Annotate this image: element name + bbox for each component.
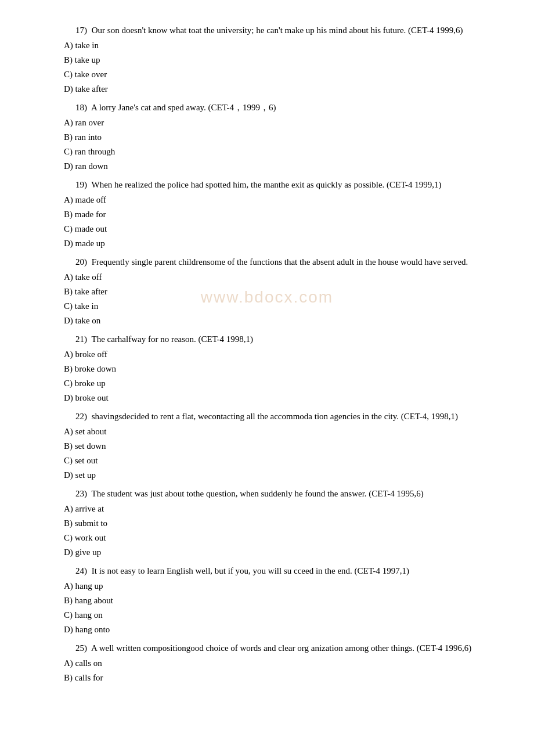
question-number-q22: 22)	[75, 412, 87, 421]
options-q17: A) take inB) take upC) take overD) take …	[64, 38, 499, 96]
option-q17-1: B) take up	[64, 53, 499, 67]
option-q20-2: C) take in	[64, 299, 499, 313]
options-q18: A) ran overB) ran intoC) ran throughD) r…	[64, 116, 499, 173]
option-q21-0: A) broke off	[64, 347, 499, 361]
question-text-q17: 17) Our son doesn't know what toat the u…	[46, 23, 499, 37]
question-body-q24: It is not easy to learn English well, bu…	[89, 566, 409, 575]
option-q19-1: B) made for	[64, 207, 499, 221]
question-block-q20: 20) Frequently single parent childrensom…	[46, 255, 499, 327]
question-block-q25: 25) A well written compositiongood choic…	[46, 641, 499, 685]
option-q21-2: C) broke up	[64, 376, 499, 390]
question-block-q24: 24) It is not easy to learn English well…	[46, 564, 499, 636]
option-q22-0: A) set about	[64, 424, 499, 438]
option-q23-0: A) arrive at	[64, 502, 499, 516]
question-number-q23: 23)	[75, 489, 87, 498]
question-block-q19: 19) When he realized the police had spot…	[46, 178, 499, 250]
option-q19-0: A) made off	[64, 193, 499, 207]
option-q24-1: B) hang about	[64, 593, 499, 607]
options-q21: A) broke offB) broke downC) broke upD) b…	[64, 347, 499, 405]
option-q23-2: C) work out	[64, 531, 499, 545]
question-block-q17: 17) Our son doesn't know what toat the u…	[46, 23, 499, 96]
options-q22: A) set aboutB) set downC) set outD) set …	[64, 424, 499, 482]
option-q21-3: D) broke out	[64, 391, 499, 405]
content: 17) Our son doesn't know what toat the u…	[46, 23, 499, 685]
option-q25-0: A) calls on	[64, 656, 499, 670]
question-number-q18: 18)	[75, 103, 87, 112]
question-number-q25: 25)	[75, 643, 87, 653]
question-body-q22: shavingsdecided to rent a flat, wecontac…	[89, 412, 458, 421]
question-text-q23: 23) The student was just about tothe que…	[46, 487, 499, 501]
option-q23-3: D) give up	[64, 545, 499, 559]
question-block-q18: 18) A lorry Jane's cat and sped away. (C…	[46, 100, 499, 173]
question-body-q19: When he realized the police had spotted …	[89, 180, 442, 189]
option-q19-3: D) made up	[64, 236, 499, 250]
question-body-q20: Frequently single parent childrensome of…	[89, 257, 468, 267]
question-body-q18: A lorry Jane's cat and sped away. (CET-4…	[89, 103, 276, 112]
option-q24-2: C) hang on	[64, 608, 499, 622]
question-body-q23: The student was just about tothe questio…	[89, 489, 424, 498]
option-q25-1: B) calls for	[64, 671, 499, 685]
question-text-q22: 22) shavingsdecided to rent a flat, weco…	[46, 409, 499, 423]
option-q21-1: B) broke down	[64, 362, 499, 376]
question-block-q22: 22) shavingsdecided to rent a flat, weco…	[46, 409, 499, 482]
question-text-q18: 18) A lorry Jane's cat and sped away. (C…	[46, 100, 499, 114]
question-text-q21: 21) The carhalfway for no reason. (CET-4…	[46, 332, 499, 346]
option-q18-2: C) ran through	[64, 145, 499, 159]
option-q18-1: B) ran into	[64, 130, 499, 144]
option-q19-2: C) made out	[64, 222, 499, 236]
option-q23-1: B) submit to	[64, 516, 499, 530]
options-q19: A) made offB) made forC) made outD) made…	[64, 193, 499, 250]
question-block-q23: 23) The student was just about tothe que…	[46, 487, 499, 559]
options-q25: A) calls onB) calls for	[64, 656, 499, 685]
option-q22-3: D) set up	[64, 468, 499, 482]
question-number-q19: 19)	[75, 180, 87, 189]
question-number-q20: 20)	[75, 257, 87, 267]
option-q24-0: A) hang up	[64, 579, 499, 593]
question-number-q21: 21)	[75, 334, 87, 344]
question-number-q24: 24)	[75, 566, 87, 575]
option-q17-2: C) take over	[64, 67, 499, 81]
option-q20-3: D) take on	[64, 314, 499, 327]
option-q20-1: B) take after	[64, 285, 499, 298]
question-text-q20: 20) Frequently single parent childrensom…	[46, 255, 499, 269]
question-text-q25: 25) A well written compositiongood choic…	[46, 641, 499, 655]
option-q22-2: C) set out	[64, 453, 499, 467]
option-q20-0: A) take off	[64, 270, 499, 284]
option-q24-3: D) hang onto	[64, 622, 499, 636]
options-q20: A) take offB) take afterC) take inD) tak…	[64, 270, 499, 327]
question-number-q17: 17)	[75, 26, 87, 35]
option-q17-0: A) take in	[64, 38, 499, 52]
question-body-q17: Our son doesn't know what toat the unive…	[89, 26, 463, 35]
options-q24: A) hang upB) hang aboutC) hang onD) hang…	[64, 579, 499, 636]
question-text-q24: 24) It is not easy to learn English well…	[46, 564, 499, 578]
option-q22-1: B) set down	[64, 439, 499, 453]
question-body-q21: The carhalfway for no reason. (CET-4 199…	[89, 334, 253, 344]
option-q18-0: A) ran over	[64, 116, 499, 129]
options-q23: A) arrive atB) submit toC) work outD) gi…	[64, 502, 499, 559]
option-q18-3: D) ran down	[64, 159, 499, 173]
option-q17-3: D) take after	[64, 82, 499, 96]
question-block-q21: 21) The carhalfway for no reason. (CET-4…	[46, 332, 499, 405]
question-text-q19: 19) When he realized the police had spot…	[46, 178, 499, 192]
question-body-q25: A well written compositiongood choice of…	[89, 643, 471, 653]
